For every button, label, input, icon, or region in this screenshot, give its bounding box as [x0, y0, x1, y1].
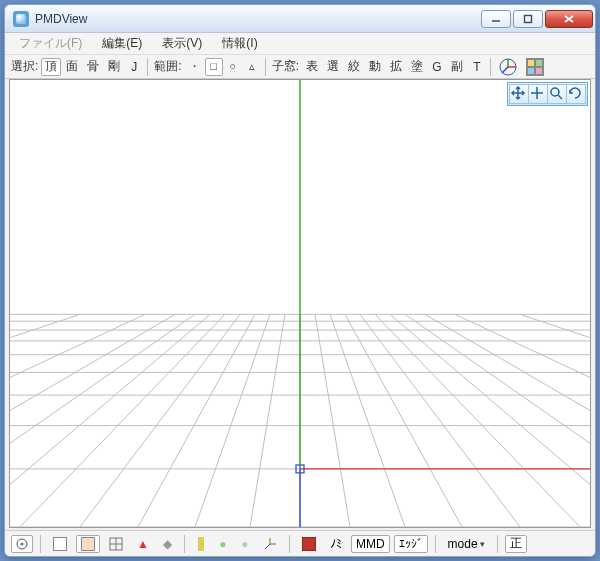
svg-line-32 — [80, 314, 240, 527]
menu-edit[interactable]: 編集(E) — [94, 33, 150, 54]
svg-line-33 — [20, 314, 225, 527]
swatch-icon — [53, 537, 67, 551]
camera-tools — [507, 82, 588, 106]
statusbar-separator — [435, 535, 436, 553]
target-mode-button[interactable] — [11, 535, 33, 553]
rotate-icon — [567, 85, 585, 103]
select-label: 選択: — [9, 58, 40, 75]
svg-line-34 — [10, 314, 210, 527]
camera-zoom-button[interactable] — [547, 84, 567, 104]
close-button[interactable] — [545, 10, 593, 28]
svg-line-25 — [405, 314, 590, 527]
knife-button[interactable]: ﾉﾐ — [325, 535, 347, 553]
range-circle-button[interactable]: ○ — [224, 58, 242, 76]
bar-icon — [198, 537, 204, 551]
rhombus-icon: ◆ — [163, 537, 172, 551]
statusbar-separator — [289, 535, 290, 553]
svg-line-36 — [10, 314, 175, 527]
layer-yellow-button[interactable] — [192, 535, 210, 553]
move-icon — [529, 85, 547, 103]
select-bone-button[interactable]: 骨 — [83, 58, 103, 76]
svg-rect-1 — [525, 15, 532, 22]
subwin-paint-button[interactable]: 塗 — [407, 58, 427, 76]
subwin-sub-button[interactable]: 副 — [447, 58, 467, 76]
menu-view[interactable]: 表示(V) — [154, 33, 210, 54]
subwin-t-button[interactable]: T — [468, 58, 486, 76]
subwin-select-button[interactable]: 選 — [323, 58, 343, 76]
swatch-icon — [81, 537, 95, 551]
svg-line-27 — [455, 314, 590, 527]
chevron-down-icon: ▾ — [480, 539, 485, 549]
shade-skin-button[interactable] — [76, 535, 100, 553]
camera-rotate-button[interactable] — [566, 84, 586, 104]
range-dot-button[interactable]: ・ — [185, 58, 204, 76]
quad-view-icon — [526, 58, 544, 76]
svg-line-31 — [138, 314, 255, 527]
mmd-button[interactable]: MMD — [351, 535, 390, 553]
toolbar-separator — [490, 58, 491, 76]
subwin-scale-button[interactable]: 拡 — [386, 58, 406, 76]
app-icon — [13, 11, 29, 27]
statusbar-separator — [40, 535, 41, 553]
maximize-button[interactable] — [513, 10, 543, 28]
svg-point-43 — [551, 88, 559, 96]
svg-line-22 — [360, 314, 520, 527]
color-swatch-button[interactable] — [297, 535, 321, 553]
statusbar-separator — [497, 535, 498, 553]
subwin-filter-button[interactable]: 絞 — [344, 58, 364, 76]
marker-axis-button[interactable] — [258, 535, 282, 553]
subwin-g-button[interactable]: G — [428, 58, 446, 76]
svg-line-37 — [10, 314, 145, 527]
viewport-3d[interactable] — [9, 79, 591, 528]
layer-cyan-button[interactable]: ● — [236, 535, 254, 553]
svg-line-29 — [250, 314, 285, 527]
edge-button[interactable]: ｴｯｼﾞ — [394, 535, 428, 553]
select-rigid-button[interactable]: 剛 — [104, 58, 124, 76]
statusbar: ▲ ◆ ● ● ﾉﾐ MMD ｴｯｼﾞ mode ▾ 正 — [5, 530, 595, 556]
menu-info[interactable]: 情報(I) — [214, 33, 265, 54]
camera-pan-button[interactable] — [509, 84, 529, 104]
mode-dropdown[interactable]: mode ▾ — [443, 535, 490, 553]
svg-line-7 — [502, 67, 508, 73]
minimize-button[interactable] — [481, 10, 511, 28]
range-label: 範囲: — [152, 58, 183, 75]
svg-line-30 — [195, 314, 270, 527]
layer-green-button[interactable]: ● — [214, 535, 232, 553]
dot-icon: ● — [241, 537, 248, 551]
mode-label: mode — [448, 537, 478, 551]
pan-icon — [510, 85, 528, 103]
axis-orientation-button[interactable] — [495, 58, 521, 76]
svg-line-24 — [390, 314, 590, 527]
subwin-display-button[interactable]: 表 — [302, 58, 322, 76]
marker-grey-button[interactable]: ◆ — [158, 535, 177, 553]
ortho-button[interactable]: 正 — [505, 535, 527, 553]
titlebar[interactable]: PMDView — [5, 5, 595, 33]
shade-flat-button[interactable] — [48, 535, 72, 553]
svg-point-46 — [21, 542, 24, 545]
quad-view-button[interactable] — [522, 58, 548, 76]
select-face-button[interactable]: 面 — [62, 58, 82, 76]
svg-line-52 — [265, 544, 270, 549]
window-buttons — [479, 10, 593, 28]
app-window: PMDView ファイル(F) 編集(E) 表示(V) 情報(I) 選択: 頂 … — [4, 4, 596, 557]
svg-line-44 — [558, 95, 562, 99]
select-j-button[interactable]: J — [125, 58, 143, 76]
statusbar-separator — [184, 535, 185, 553]
menubar: ファイル(F) 編集(E) 表示(V) 情報(I) — [5, 33, 595, 55]
color-swatch-icon — [302, 537, 316, 551]
shade-wire-button[interactable] — [104, 535, 128, 553]
svg-line-19 — [315, 314, 350, 527]
toolbar-separator — [147, 58, 148, 76]
subwin-move-button[interactable]: 動 — [365, 58, 385, 76]
minimize-icon — [491, 14, 501, 24]
wireframe-icon — [109, 537, 123, 551]
viewport-canvas — [10, 80, 590, 527]
menu-file[interactable]: ファイル(F) — [11, 33, 90, 54]
range-triangle-button[interactable]: ▵ — [243, 58, 261, 76]
marker-red-button[interactable]: ▲ — [132, 535, 154, 553]
zoom-icon — [548, 85, 566, 103]
range-square-button[interactable]: □ — [205, 58, 223, 76]
camera-move-button[interactable] — [528, 84, 548, 104]
close-icon — [563, 14, 575, 24]
select-vertex-button[interactable]: 頂 — [41, 58, 61, 76]
